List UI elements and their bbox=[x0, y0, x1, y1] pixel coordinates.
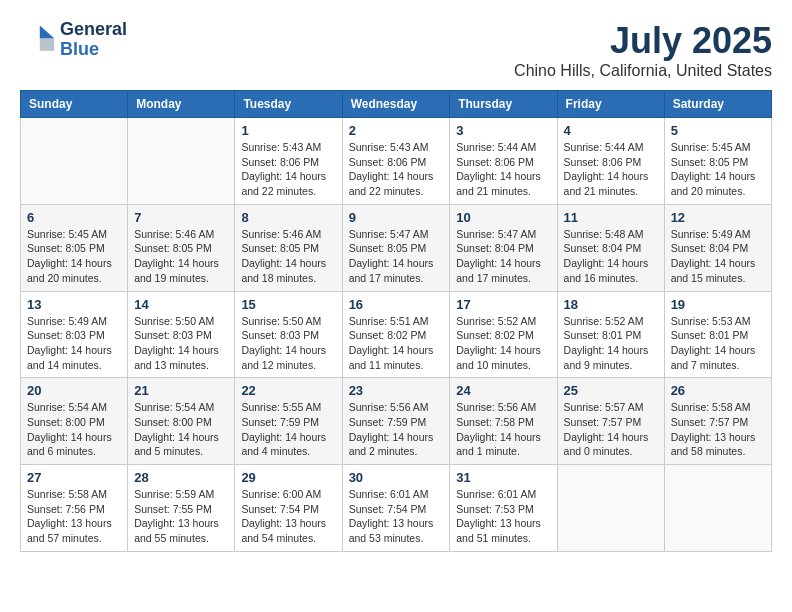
calendar-cell: 2Sunrise: 5:43 AM Sunset: 8:06 PM Daylig… bbox=[342, 118, 450, 205]
day-number: 24 bbox=[456, 383, 550, 398]
day-info: Sunrise: 5:55 AM Sunset: 7:59 PM Dayligh… bbox=[241, 400, 335, 459]
day-info: Sunrise: 5:54 AM Sunset: 8:00 PM Dayligh… bbox=[27, 400, 121, 459]
day-info: Sunrise: 5:45 AM Sunset: 8:05 PM Dayligh… bbox=[27, 227, 121, 286]
calendar-cell bbox=[557, 465, 664, 552]
calendar-cell: 17Sunrise: 5:52 AM Sunset: 8:02 PM Dayli… bbox=[450, 291, 557, 378]
day-info: Sunrise: 5:50 AM Sunset: 8:03 PM Dayligh… bbox=[134, 314, 228, 373]
day-number: 9 bbox=[349, 210, 444, 225]
calendar-cell: 9Sunrise: 5:47 AM Sunset: 8:05 PM Daylig… bbox=[342, 204, 450, 291]
calendar-cell: 26Sunrise: 5:58 AM Sunset: 7:57 PM Dayli… bbox=[664, 378, 771, 465]
calendar-cell: 8Sunrise: 5:46 AM Sunset: 8:05 PM Daylig… bbox=[235, 204, 342, 291]
calendar-cell: 4Sunrise: 5:44 AM Sunset: 8:06 PM Daylig… bbox=[557, 118, 664, 205]
svg-marker-1 bbox=[40, 38, 54, 51]
location-title: Chino Hills, California, United States bbox=[514, 62, 772, 80]
calendar-week-2: 6Sunrise: 5:45 AM Sunset: 8:05 PM Daylig… bbox=[21, 204, 772, 291]
day-number: 29 bbox=[241, 470, 335, 485]
day-number: 16 bbox=[349, 297, 444, 312]
logo-icon bbox=[20, 22, 56, 58]
day-info: Sunrise: 5:44 AM Sunset: 8:06 PM Dayligh… bbox=[456, 140, 550, 199]
day-number: 23 bbox=[349, 383, 444, 398]
calendar-week-4: 20Sunrise: 5:54 AM Sunset: 8:00 PM Dayli… bbox=[21, 378, 772, 465]
calendar-cell bbox=[21, 118, 128, 205]
calendar-cell: 16Sunrise: 5:51 AM Sunset: 8:02 PM Dayli… bbox=[342, 291, 450, 378]
title-block: July 2025 Chino Hills, California, Unite… bbox=[514, 20, 772, 80]
logo-line2: Blue bbox=[60, 40, 127, 60]
calendar-week-5: 27Sunrise: 5:58 AM Sunset: 7:56 PM Dayli… bbox=[21, 465, 772, 552]
calendar-cell: 14Sunrise: 5:50 AM Sunset: 8:03 PM Dayli… bbox=[128, 291, 235, 378]
day-info: Sunrise: 5:59 AM Sunset: 7:55 PM Dayligh… bbox=[134, 487, 228, 546]
weekday-header-monday: Monday bbox=[128, 91, 235, 118]
day-info: Sunrise: 5:52 AM Sunset: 8:01 PM Dayligh… bbox=[564, 314, 658, 373]
day-number: 4 bbox=[564, 123, 658, 138]
day-info: Sunrise: 6:01 AM Sunset: 7:53 PM Dayligh… bbox=[456, 487, 550, 546]
day-info: Sunrise: 5:54 AM Sunset: 8:00 PM Dayligh… bbox=[134, 400, 228, 459]
weekday-header-row: SundayMondayTuesdayWednesdayThursdayFrid… bbox=[21, 91, 772, 118]
calendar-cell: 29Sunrise: 6:00 AM Sunset: 7:54 PM Dayli… bbox=[235, 465, 342, 552]
day-info: Sunrise: 5:56 AM Sunset: 7:58 PM Dayligh… bbox=[456, 400, 550, 459]
day-info: Sunrise: 5:50 AM Sunset: 8:03 PM Dayligh… bbox=[241, 314, 335, 373]
day-number: 18 bbox=[564, 297, 658, 312]
day-number: 3 bbox=[456, 123, 550, 138]
calendar-cell: 28Sunrise: 5:59 AM Sunset: 7:55 PM Dayli… bbox=[128, 465, 235, 552]
logo: General Blue bbox=[20, 20, 127, 60]
day-number: 12 bbox=[671, 210, 765, 225]
day-info: Sunrise: 5:58 AM Sunset: 7:56 PM Dayligh… bbox=[27, 487, 121, 546]
day-info: Sunrise: 5:47 AM Sunset: 8:05 PM Dayligh… bbox=[349, 227, 444, 286]
day-number: 21 bbox=[134, 383, 228, 398]
day-number: 25 bbox=[564, 383, 658, 398]
calendar-cell: 10Sunrise: 5:47 AM Sunset: 8:04 PM Dayli… bbox=[450, 204, 557, 291]
calendar-cell bbox=[664, 465, 771, 552]
day-number: 28 bbox=[134, 470, 228, 485]
day-number: 22 bbox=[241, 383, 335, 398]
day-number: 26 bbox=[671, 383, 765, 398]
day-number: 2 bbox=[349, 123, 444, 138]
day-info: Sunrise: 5:48 AM Sunset: 8:04 PM Dayligh… bbox=[564, 227, 658, 286]
weekday-header-friday: Friday bbox=[557, 91, 664, 118]
calendar-cell: 23Sunrise: 5:56 AM Sunset: 7:59 PM Dayli… bbox=[342, 378, 450, 465]
day-number: 6 bbox=[27, 210, 121, 225]
day-info: Sunrise: 5:57 AM Sunset: 7:57 PM Dayligh… bbox=[564, 400, 658, 459]
weekday-header-sunday: Sunday bbox=[21, 91, 128, 118]
calendar-cell: 1Sunrise: 5:43 AM Sunset: 8:06 PM Daylig… bbox=[235, 118, 342, 205]
weekday-header-saturday: Saturday bbox=[664, 91, 771, 118]
day-info: Sunrise: 5:43 AM Sunset: 8:06 PM Dayligh… bbox=[241, 140, 335, 199]
day-info: Sunrise: 6:01 AM Sunset: 7:54 PM Dayligh… bbox=[349, 487, 444, 546]
calendar-cell: 13Sunrise: 5:49 AM Sunset: 8:03 PM Dayli… bbox=[21, 291, 128, 378]
calendar-cell: 25Sunrise: 5:57 AM Sunset: 7:57 PM Dayli… bbox=[557, 378, 664, 465]
calendar-cell: 5Sunrise: 5:45 AM Sunset: 8:05 PM Daylig… bbox=[664, 118, 771, 205]
calendar-cell: 15Sunrise: 5:50 AM Sunset: 8:03 PM Dayli… bbox=[235, 291, 342, 378]
logo-line1: General bbox=[60, 20, 127, 40]
day-number: 7 bbox=[134, 210, 228, 225]
day-number: 5 bbox=[671, 123, 765, 138]
day-number: 31 bbox=[456, 470, 550, 485]
day-number: 20 bbox=[27, 383, 121, 398]
calendar-table: SundayMondayTuesdayWednesdayThursdayFrid… bbox=[20, 90, 772, 552]
svg-marker-0 bbox=[40, 25, 54, 38]
day-number: 14 bbox=[134, 297, 228, 312]
day-number: 19 bbox=[671, 297, 765, 312]
calendar-cell: 27Sunrise: 5:58 AM Sunset: 7:56 PM Dayli… bbox=[21, 465, 128, 552]
day-number: 13 bbox=[27, 297, 121, 312]
calendar-cell: 22Sunrise: 5:55 AM Sunset: 7:59 PM Dayli… bbox=[235, 378, 342, 465]
calendar-cell: 30Sunrise: 6:01 AM Sunset: 7:54 PM Dayli… bbox=[342, 465, 450, 552]
day-info: Sunrise: 5:49 AM Sunset: 8:03 PM Dayligh… bbox=[27, 314, 121, 373]
day-info: Sunrise: 5:47 AM Sunset: 8:04 PM Dayligh… bbox=[456, 227, 550, 286]
day-number: 8 bbox=[241, 210, 335, 225]
calendar-cell: 31Sunrise: 6:01 AM Sunset: 7:53 PM Dayli… bbox=[450, 465, 557, 552]
month-title: July 2025 bbox=[514, 20, 772, 62]
calendar-cell: 3Sunrise: 5:44 AM Sunset: 8:06 PM Daylig… bbox=[450, 118, 557, 205]
calendar-cell bbox=[128, 118, 235, 205]
calendar-week-1: 1Sunrise: 5:43 AM Sunset: 8:06 PM Daylig… bbox=[21, 118, 772, 205]
day-info: Sunrise: 5:53 AM Sunset: 8:01 PM Dayligh… bbox=[671, 314, 765, 373]
day-number: 1 bbox=[241, 123, 335, 138]
calendar-cell: 7Sunrise: 5:46 AM Sunset: 8:05 PM Daylig… bbox=[128, 204, 235, 291]
day-info: Sunrise: 5:49 AM Sunset: 8:04 PM Dayligh… bbox=[671, 227, 765, 286]
calendar-week-3: 13Sunrise: 5:49 AM Sunset: 8:03 PM Dayli… bbox=[21, 291, 772, 378]
day-number: 11 bbox=[564, 210, 658, 225]
day-number: 27 bbox=[27, 470, 121, 485]
day-info: Sunrise: 5:46 AM Sunset: 8:05 PM Dayligh… bbox=[134, 227, 228, 286]
calendar-cell: 12Sunrise: 5:49 AM Sunset: 8:04 PM Dayli… bbox=[664, 204, 771, 291]
calendar-cell: 24Sunrise: 5:56 AM Sunset: 7:58 PM Dayli… bbox=[450, 378, 557, 465]
calendar-cell: 21Sunrise: 5:54 AM Sunset: 8:00 PM Dayli… bbox=[128, 378, 235, 465]
day-info: Sunrise: 5:46 AM Sunset: 8:05 PM Dayligh… bbox=[241, 227, 335, 286]
